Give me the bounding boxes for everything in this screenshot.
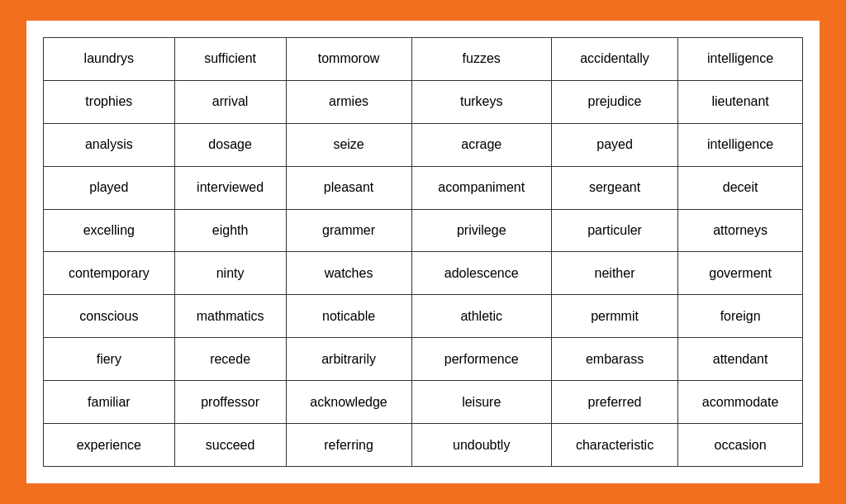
table-cell: tommorow <box>286 38 411 81</box>
table-cell: deceit <box>678 166 803 209</box>
table-cell: mathmatics <box>174 295 286 338</box>
table-cell: recede <box>174 338 286 381</box>
table-cell: ninty <box>174 252 286 295</box>
word-table: laundryssufficienttommorowfuzzesaccident… <box>43 37 803 467</box>
table-cell: preferred <box>551 381 677 424</box>
table-cell: acknowledge <box>286 381 411 424</box>
table-cell: fuzzes <box>411 38 551 81</box>
table-cell: played <box>44 166 175 209</box>
table-cell: eighth <box>174 209 286 252</box>
table-cell: neither <box>551 252 677 295</box>
table-cell: lieutenant <box>678 80 803 123</box>
table-row: excellingeighthgrammerprivilegeparticule… <box>44 209 803 252</box>
table-cell: prejudice <box>551 80 677 123</box>
table-cell: arrival <box>174 80 286 123</box>
table-cell: goverment <box>678 252 803 295</box>
table-row: trophiesarrivalarmiesturkeysprejudicelie… <box>44 80 803 123</box>
table-cell: characteristic <box>551 424 677 467</box>
table-cell: occasion <box>678 424 803 467</box>
table-cell: accidentally <box>551 38 677 81</box>
table-cell: armies <box>286 80 411 123</box>
table-cell: foreign <box>678 295 803 338</box>
table-cell: pleasant <box>286 166 411 209</box>
table-cell: watches <box>286 252 411 295</box>
table-cell: adolescence <box>411 252 551 295</box>
table-cell: turkeys <box>411 80 551 123</box>
table-cell: succeed <box>174 424 286 467</box>
table-row: laundryssufficienttommorowfuzzesaccident… <box>44 38 803 81</box>
table-cell: trophies <box>44 80 175 123</box>
table-cell: interviewed <box>174 166 286 209</box>
table-cell: leisure <box>411 381 551 424</box>
table-cell: payed <box>551 123 677 166</box>
table-cell: particuler <box>551 209 677 252</box>
table-cell: attendant <box>678 338 803 381</box>
table-cell: arbitrarily <box>286 338 411 381</box>
table-cell: attorneys <box>678 209 803 252</box>
table-cell: dosage <box>174 123 286 166</box>
table-cell: privilege <box>411 209 551 252</box>
table-cell: seize <box>286 123 411 166</box>
card: laundryssufficienttommorowfuzzesaccident… <box>26 21 820 483</box>
table-cell: acommodate <box>678 381 803 424</box>
table-cell: proffessor <box>174 381 286 424</box>
table-row: familiarproffessoracknowledgeleisurepref… <box>44 381 803 424</box>
table-cell: intelligence <box>678 123 803 166</box>
table-row: analysisdosageseizeacragepayedintelligen… <box>44 123 803 166</box>
table-row: consciousmathmaticsnoticableathleticperm… <box>44 295 803 338</box>
table-cell: acrage <box>411 123 551 166</box>
table-cell: fiery <box>44 338 175 381</box>
table-cell: analysis <box>44 123 175 166</box>
table-cell: performence <box>411 338 551 381</box>
table-row: fieryrecedearbitrarilyperformenceembaras… <box>44 338 803 381</box>
table-row: contemporarynintywatchesadolescenceneith… <box>44 252 803 295</box>
table-cell: familiar <box>44 381 175 424</box>
table-cell: undoubtly <box>411 424 551 467</box>
table-cell: laundrys <box>44 38 175 81</box>
table-cell: intelligence <box>678 38 803 81</box>
table-cell: referring <box>286 424 411 467</box>
table-cell: conscious <box>44 295 175 338</box>
table-cell: sufficient <box>174 38 286 81</box>
table-cell: excelling <box>44 209 175 252</box>
table-cell: permmit <box>551 295 677 338</box>
table-cell: noticable <box>286 295 411 338</box>
table-cell: embarass <box>551 338 677 381</box>
table-row: playedinterviewedpleasantacompanimentser… <box>44 166 803 209</box>
table-cell: acompaniment <box>411 166 551 209</box>
table-cell: athletic <box>411 295 551 338</box>
table-cell: sergeant <box>551 166 677 209</box>
table-cell: grammer <box>286 209 411 252</box>
table-cell: experience <box>44 424 175 467</box>
table-cell: contemporary <box>44 252 175 295</box>
table-row: experiencesucceedreferringundoubtlychara… <box>44 424 803 467</box>
